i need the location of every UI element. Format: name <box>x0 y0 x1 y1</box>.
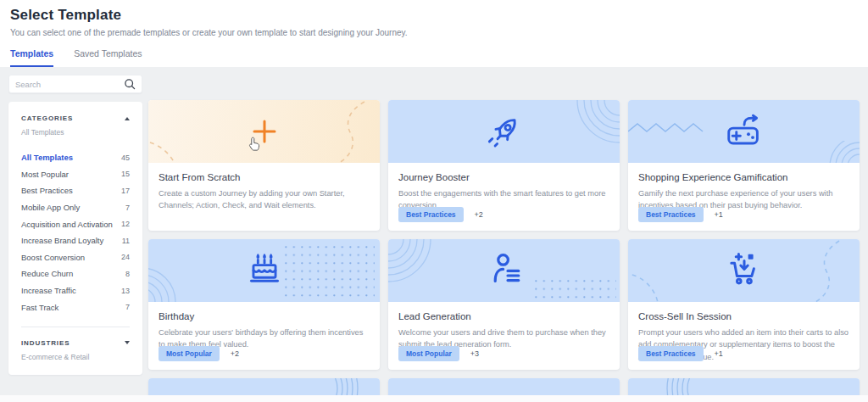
badge-extra-count: +1 <box>715 349 723 358</box>
concentric-circles-decoration <box>388 239 441 292</box>
dashed-arc-decoration <box>628 256 676 302</box>
badge-extra-count: +2 <box>231 349 239 358</box>
dashed-curve-decoration <box>315 100 370 163</box>
card-body: Start From Scratch Create a custom Journ… <box>148 163 380 231</box>
card-header-art <box>628 239 860 302</box>
industries-selected-label: E-commerce & Retail <box>8 347 142 361</box>
badge-row: Best Practices +1 <box>638 346 723 361</box>
search-input[interactable] <box>15 80 124 89</box>
card-badge: Best Practices <box>398 207 464 222</box>
sidebar-item-best-practices[interactable]: Best Practices 17 <box>8 182 142 199</box>
card-body: Cross-Sell In Session Prompt your users … <box>628 302 860 370</box>
sidebar-divider <box>21 327 130 327</box>
badge-row: Most Popular +2 <box>159 346 239 361</box>
tab-saved-templates[interactable]: Saved Templates <box>74 48 142 67</box>
card-title: Journey Booster <box>398 172 609 182</box>
card-header-art <box>628 100 860 163</box>
dot-grid-decoration <box>285 246 375 297</box>
badge-extra-count: +2 <box>475 210 483 219</box>
categories-group-header[interactable]: CATEGORIES <box>8 114 142 122</box>
page-subtitle: You can select one of the premade templa… <box>10 28 408 37</box>
card-body: Lead Generation Welcome your users and d… <box>388 302 620 370</box>
template-grid: Start From Scratch Create a custom Journ… <box>148 100 860 402</box>
card-badge: Most Popular <box>398 346 459 361</box>
concentric-circles-decoration <box>807 141 860 163</box>
categories-selected-label: All Templates <box>8 122 142 137</box>
hand-cursor-icon <box>248 137 261 154</box>
sidebar-item-boost-conversion[interactable]: Boost Conversion 24 <box>8 249 142 266</box>
sidebar-item-increase-brand-loyalty[interactable]: Increase Brand Loyalty 11 <box>8 232 142 249</box>
sidebar-item-reduce-churn[interactable]: Reduce Churn 8 <box>8 265 142 282</box>
badge-row: Most Popular +3 <box>398 346 479 361</box>
page-title: Select Template <box>10 7 121 24</box>
card-header-art <box>388 239 620 302</box>
card-badge: Best Practices <box>638 346 704 361</box>
cart-icon <box>724 250 765 291</box>
sidebar-item-acquisition-and-activation[interactable]: Acquisition and Activation 12 <box>8 215 142 232</box>
category-list: All Templates 45 Most Popular 15 Best Pr… <box>8 149 142 315</box>
dot-grid-decoration <box>535 280 616 299</box>
template-card-lead-generation[interactable]: Lead Generation Welcome your users and d… <box>388 239 620 370</box>
template-card-journey-booster[interactable]: Journey Booster Boost the engagements wi… <box>388 100 620 231</box>
sidebar-item-all-templates[interactable]: All Templates 45 <box>8 149 142 166</box>
categories-panel: CATEGORIES All Templates All Templates 4… <box>8 102 142 375</box>
card-body: Birthday Celebrate your users' birthdays… <box>148 302 380 370</box>
card-body: Journey Booster Boost the engagements wi… <box>388 163 620 231</box>
dashed-arc-decoration <box>148 120 199 163</box>
badge-row: Best Practices +1 <box>638 207 723 222</box>
card-title: Lead Generation <box>398 311 609 321</box>
card-title: Birthday <box>159 311 370 321</box>
search-box <box>8 75 142 93</box>
card-header-art <box>388 100 620 163</box>
sidebar-item-increase-traffic[interactable]: Increase Traffic 13 <box>8 282 142 299</box>
card-body: Shopping Experience Gamification Gamify … <box>628 163 860 231</box>
dashed-curve-decoration <box>793 239 844 302</box>
template-card-cross-sell-in-session[interactable]: Cross-Sell In Session Prompt your users … <box>628 239 860 370</box>
birthday-cake-icon <box>245 251 284 290</box>
gamepad-icon <box>723 113 765 150</box>
tab-bar: Templates Saved Templates <box>10 48 142 67</box>
card-title: Shopping Experience Gamification <box>638 172 849 182</box>
industries-header-label: INDUSTRIES <box>21 339 70 347</box>
card-header-art <box>148 100 380 163</box>
triangle-down-icon[interactable] <box>125 341 130 344</box>
categories-header-label: CATEGORIES <box>21 114 73 122</box>
page-header: Select Template You can select one of th… <box>0 0 868 67</box>
concentric-circles-decoration <box>564 100 620 156</box>
card-description: Create a custom Journey by adding your o… <box>159 187 370 212</box>
card-title: Start From Scratch <box>159 172 370 182</box>
select-template-page: Select Template You can select one of th… <box>0 0 868 402</box>
search-icon[interactable] <box>124 78 136 90</box>
template-card-start-from-scratch[interactable]: Start From Scratch Create a custom Journ… <box>148 100 380 231</box>
badge-row: Best Practices +2 <box>398 207 483 222</box>
card-header-art <box>148 239 380 302</box>
badge-extra-count: +3 <box>470 349 479 358</box>
zigzag-decoration <box>628 121 709 135</box>
concentric-circles-decoration <box>148 263 182 302</box>
badge-extra-count: +1 <box>715 210 723 219</box>
card-badge: Best Practices <box>638 207 704 222</box>
tab-templates[interactable]: Templates <box>10 48 53 67</box>
rocket-icon <box>485 112 524 151</box>
triangle-up-icon[interactable] <box>125 117 130 120</box>
template-card-birthday[interactable]: Birthday Celebrate your users' birthdays… <box>148 239 380 370</box>
card-badge: Most Popular <box>159 346 220 361</box>
template-card-shopping-experience-gamification[interactable]: Shopping Experience Gamification Gamify … <box>628 100 860 231</box>
viewport-bottom-strip <box>0 395 868 402</box>
sidebar-item-mobile-app-only[interactable]: Mobile App Only 7 <box>8 199 142 216</box>
industries-group-header[interactable]: INDUSTRIES <box>8 339 142 347</box>
sidebar-item-most-popular[interactable]: Most Popular 15 <box>8 166 142 183</box>
sidebar-item-fast-track[interactable]: Fast Track 7 <box>8 299 142 315</box>
lead-person-icon <box>484 252 525 289</box>
card-title: Cross-Sell In Session <box>638 311 849 321</box>
